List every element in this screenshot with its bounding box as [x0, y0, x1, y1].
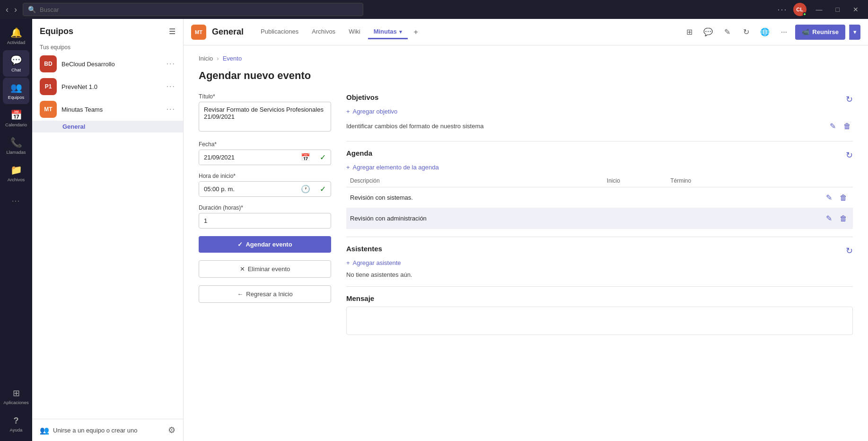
titulo-input[interactable] [199, 102, 331, 132]
nav-calendario-label: Calendario [5, 122, 27, 127]
add-agenda-button[interactable]: + Agregar elemento de la agenda [346, 164, 853, 171]
add-objetivo-button[interactable]: + Agregar objetivo [346, 108, 853, 115]
main-content: MT General Publicaciones Archivos Wiki M… [184, 19, 868, 441]
team-minutas-avatar: MT [40, 101, 57, 118]
fecha-field: Fecha* 21/09/2021 📅 ✓ [199, 141, 331, 165]
delete-objetivo-button[interactable]: 🗑 [842, 121, 853, 132]
tab-minutas[interactable]: Minutas ▾ [368, 25, 408, 39]
grid-icon[interactable]: ⊞ [682, 25, 697, 40]
fecha-check-icon: ✓ [315, 153, 331, 162]
more-header-icon[interactable]: ··· [776, 25, 791, 40]
divider-2 [346, 237, 853, 237]
nav-aplicaciones-label: Aplicaciones [3, 400, 28, 405]
regresar-inicio-button[interactable]: ← Regresar a Inicio [199, 285, 331, 303]
nav-actividad-label: Actividad [7, 40, 26, 45]
duracion-input[interactable]: 1 [199, 213, 331, 229]
search-input[interactable] [40, 6, 358, 13]
aplicaciones-icon: ⊞ [13, 388, 20, 398]
filter-icon[interactable]: ☰ [169, 27, 175, 36]
agenda-refresh-button[interactable]: ↻ [846, 150, 853, 160]
agenda-header: Agenda ↻ [346, 149, 853, 161]
x-icon: ✕ [240, 265, 245, 273]
calendario-icon: 📅 [10, 109, 22, 121]
asistentes-refresh-button[interactable]: ↻ [846, 246, 853, 256]
team-minutas-options[interactable]: ··· [167, 105, 175, 114]
back-button[interactable]: ‹ [6, 5, 9, 15]
edit-agenda-1-button[interactable]: ✎ [824, 213, 834, 224]
channel-header: MT General Publicaciones Archivos Wiki M… [184, 19, 868, 45]
nav-more[interactable]: ··· [3, 187, 29, 214]
team-becloud-info: BeCloud Desarrollo [61, 61, 162, 68]
delete-agenda-1-button[interactable]: 🗑 [838, 213, 849, 224]
llamadas-icon: 📞 [10, 137, 22, 148]
agenda-table: Descripción Inicio Término Revisión con … [346, 175, 853, 229]
agenda-row-0: Revisión con sistemas. ✎ 🗑 [346, 187, 853, 208]
tab-wiki[interactable]: Wiki [343, 25, 366, 39]
reunirse-icon: 📹 [802, 28, 809, 35]
team-minutas-info: Minutas Teams [61, 106, 162, 113]
nav-llamadas[interactable]: 📞 Llamadas [3, 132, 29, 159]
team-becloud[interactable]: BD BeCloud Desarrollo ··· [32, 53, 183, 75]
calendar-icon[interactable]: 📅 [296, 153, 315, 162]
tab-publicaciones[interactable]: Publicaciones [255, 25, 304, 39]
edit-objetivo-button[interactable]: ✎ [828, 121, 838, 132]
reunirse-dropdown[interactable]: ▾ [849, 25, 860, 40]
nav-calendario[interactable]: 📅 Calendario [3, 105, 29, 132]
edit-agenda-0-button[interactable]: ✎ [824, 192, 834, 203]
agendar-evento-button[interactable]: ✓ Agendar evento [199, 236, 331, 253]
forward-button[interactable]: › [14, 5, 17, 15]
eliminar-evento-button[interactable]: ✕ Eliminar evento [199, 260, 331, 278]
agenda-actions-1: ✎ 🗑 [753, 208, 853, 229]
refresh-icon[interactable]: ↻ [738, 25, 754, 40]
nav-ayuda-label: Ayuda [10, 427, 23, 432]
breadcrumb-inicio[interactable]: Inicio [199, 55, 213, 62]
chat-icon: 💬 [10, 54, 22, 66]
divider-3 [346, 286, 853, 287]
settings-icon[interactable]: ⚙ [168, 425, 175, 435]
nav-archivos[interactable]: 📁 Archivos [3, 160, 29, 186]
delete-agenda-0-button[interactable]: 🗑 [838, 192, 849, 203]
globe-icon[interactable]: 🌐 [757, 25, 772, 40]
mensaje-input[interactable] [346, 307, 853, 335]
asistentes-section: Asistentes ↻ + Agregar asistente No tien… [346, 245, 853, 279]
hora-input[interactable]: 05:00 p. m. [199, 182, 296, 196]
nav-equipos[interactable]: 👥 Equipos [3, 78, 29, 104]
agenda-termino-0 [666, 187, 753, 208]
nav-actividad[interactable]: 🔔 Actividad [3, 23, 29, 49]
clock-icon[interactable]: 🕐 [296, 185, 315, 194]
reunirse-button[interactable]: 📹 Reunirse [795, 25, 845, 40]
edit-icon[interactable]: ✎ [719, 25, 735, 40]
nav-aplicaciones[interactable]: ⊞ Aplicaciones [3, 383, 29, 410]
titulo-field: Título* [199, 93, 331, 133]
nav-chat[interactable]: 💬 Chat [3, 50, 29, 77]
team-becloud-options[interactable]: ··· [167, 60, 175, 68]
join-team-button[interactable]: 👥 Unirse a un equipo o crear uno [40, 426, 138, 435]
duracion-field: Duración (horas)* 1 [199, 204, 331, 229]
team-prevenet[interactable]: P1 PreveNet 1.0 ··· [32, 75, 183, 98]
channel-general[interactable]: General [32, 121, 183, 132]
comment-icon[interactable]: 💬 [701, 25, 716, 40]
objetivos-header: Objetivos ↻ [346, 93, 853, 105]
objetivos-refresh-button[interactable]: ↻ [846, 94, 853, 105]
close-button[interactable]: ✕ [849, 5, 862, 14]
mensaje-title: Mensaje [346, 294, 374, 302]
back-arrow-icon: ← [237, 291, 243, 298]
avatar[interactable]: CL [793, 3, 807, 16]
col-inicio: Inicio [603, 175, 666, 187]
team-minutas[interactable]: MT Minutas Teams ··· [32, 98, 183, 121]
add-asistente-button[interactable]: + Agregar asistente [346, 259, 853, 266]
minimize-button[interactable]: — [812, 5, 826, 14]
nav-ayuda[interactable]: ? Ayuda [3, 411, 29, 437]
breadcrumb-current: Evento [223, 55, 242, 62]
nav-archivos-label: Archivos [8, 177, 25, 182]
more-options-icon[interactable]: ··· [778, 5, 788, 15]
col-descripcion: Descripción [346, 175, 603, 187]
teams-section-label: Tus equipos [32, 40, 183, 53]
team-prevenet-avatar: P1 [40, 78, 57, 95]
fecha-input[interactable]: 21/09/2021 [199, 150, 296, 165]
team-prevenet-options[interactable]: ··· [167, 82, 175, 91]
tab-archivos[interactable]: Archivos [306, 25, 341, 39]
add-tab-button[interactable]: + [410, 25, 421, 39]
team-becloud-avatar: BD [40, 55, 57, 72]
maximize-button[interactable]: □ [832, 5, 843, 14]
